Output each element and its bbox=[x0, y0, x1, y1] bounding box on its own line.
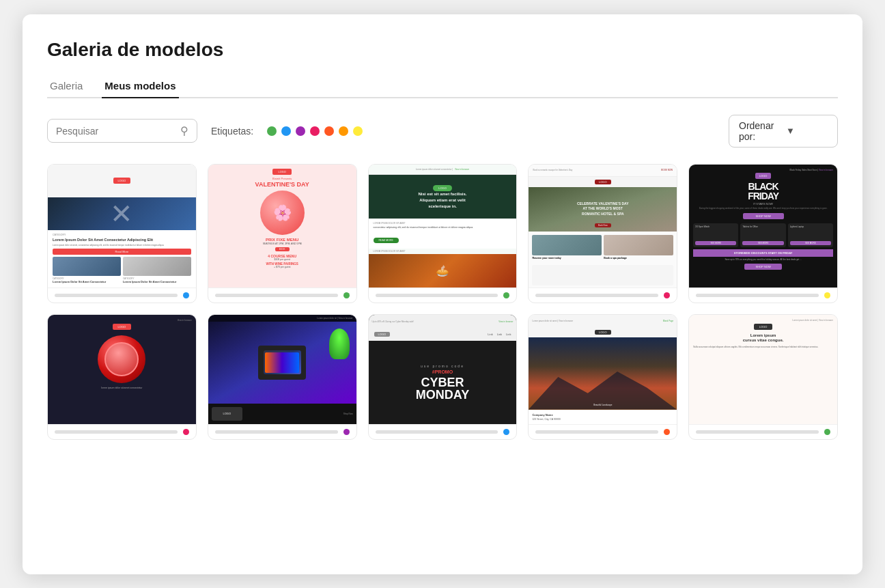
chevron-down-icon: ▼ bbox=[786, 126, 828, 136]
tag-dot-orange[interactable] bbox=[324, 126, 334, 136]
tag-dot-pink[interactable] bbox=[310, 126, 320, 136]
card-dot bbox=[343, 292, 350, 298]
card-footer-landscape bbox=[529, 424, 677, 439]
template-card-minimal[interactable]: Lorem ipsum dolor sit amet | View in bro… bbox=[688, 314, 838, 440]
template-card-food-green[interactable]: Lorem ipsum dolor sit amet consectetur |… bbox=[368, 164, 518, 303]
template-card-valentine-hotel[interactable]: Book a romantic escape for Valentine's D… bbox=[528, 164, 677, 303]
card-preview-black-friday: Black Friday Sales Start Soon | View in … bbox=[689, 165, 837, 288]
card-dot bbox=[183, 429, 189, 435]
template-card-editorial[interactable]: LOGO CATEGORY Lorem Ipsum Dolor Sit Amet… bbox=[47, 164, 197, 303]
tags-label: Etiquetas: bbox=[211, 126, 253, 137]
card-footer-cyber-monday bbox=[369, 424, 517, 439]
page-title: Galeria de modelos bbox=[47, 39, 838, 61]
card-footer-editorial bbox=[48, 288, 196, 303]
card-preview-dark-promo: View in browser LOGO lorem ipsum dolor s… bbox=[48, 315, 196, 424]
tab-galeria[interactable]: Galeria bbox=[47, 74, 85, 98]
card-dot bbox=[503, 429, 509, 435]
card-preview-landscape: Lorem ipsum dolor sit amet | View in bro… bbox=[529, 315, 677, 424]
template-card-tech-product[interactable]: Lorem ipsum dolor sit | View in browser … bbox=[208, 314, 357, 440]
card-preview-valentines: LOGO Bistrót Presents VALENTINE'S DAY 🌸 … bbox=[208, 165, 356, 288]
main-window: Galeria de modelos Galeria Meus modelos … bbox=[23, 14, 862, 574]
card-footer-dark-promo bbox=[48, 424, 196, 439]
card-preview-cyber-monday: Up to 40% off. During our Cyber Monday s… bbox=[369, 315, 517, 424]
card-footer-food-green bbox=[369, 288, 517, 303]
card-footer-tech-product bbox=[208, 424, 356, 439]
tag-dot-green[interactable] bbox=[267, 126, 277, 136]
tag-dots bbox=[267, 126, 363, 136]
tag-dot-blue[interactable] bbox=[281, 126, 291, 136]
card-preview-food-green: Lorem ipsum dolor sit amet consectetur |… bbox=[369, 165, 517, 288]
card-footer-valentines bbox=[208, 288, 356, 303]
tab-meus-modelos[interactable]: Meus modelos bbox=[102, 74, 178, 98]
tab-bar: Galeria Meus modelos bbox=[47, 74, 838, 98]
toolbar: ⚲ Etiquetas: Ordenar por: ▼ bbox=[47, 115, 838, 148]
search-box[interactable]: ⚲ bbox=[47, 119, 197, 143]
card-dot bbox=[503, 292, 509, 298]
card-preview-minimal: Lorem ipsum dolor sit amet | View in bro… bbox=[689, 315, 837, 424]
card-dot bbox=[664, 429, 670, 435]
card-preview-tech-product: Lorem ipsum dolor sit | View in browser … bbox=[208, 315, 356, 424]
card-footer-valentine-hotel bbox=[529, 288, 677, 303]
card-dot bbox=[343, 429, 350, 435]
tag-dot-amber[interactable] bbox=[339, 126, 348, 136]
cyber-monday-text: CYBERMONDAY bbox=[416, 376, 469, 401]
sort-label: Ordenar por: bbox=[739, 120, 781, 142]
template-grid-row2: View in browser LOGO lorem ipsum dolor s… bbox=[47, 314, 838, 440]
card-dot bbox=[824, 429, 830, 435]
template-card-cyber-monday[interactable]: Up to 40% off. During our Cyber Monday s… bbox=[368, 314, 518, 440]
sort-dropdown[interactable]: Ordenar por: ▼ bbox=[729, 115, 838, 148]
template-card-landscape[interactable]: Lorem ipsum dolor sit amet | View in bro… bbox=[528, 314, 677, 440]
card-footer-minimal bbox=[689, 424, 837, 439]
preview-editorial: LOGO CATEGORY Lorem Ipsum Dolor Sit Amet… bbox=[48, 165, 196, 288]
card-preview-editorial: LOGO CATEGORY Lorem Ipsum Dolor Sit Amet… bbox=[48, 165, 196, 288]
tag-dot-yellow[interactable] bbox=[353, 126, 363, 136]
card-footer-black-friday bbox=[689, 288, 837, 303]
card-dot bbox=[824, 292, 830, 298]
template-card-valentines[interactable]: LOGO Bistrót Presents VALENTINE'S DAY 🌸 … bbox=[208, 164, 357, 303]
card-dot bbox=[664, 292, 670, 298]
search-icon: ⚲ bbox=[180, 124, 188, 137]
template-card-dark-promo[interactable]: View in browser LOGO lorem ipsum dolor s… bbox=[47, 314, 197, 440]
template-grid-row1: LOGO CATEGORY Lorem Ipsum Dolor Sit Amet… bbox=[47, 164, 838, 303]
card-preview-valentine-hotel: Book a romantic escape for Valentine's D… bbox=[529, 165, 677, 288]
template-card-black-friday[interactable]: Black Friday Sales Start Soon | View in … bbox=[688, 164, 838, 303]
tag-dot-purple[interactable] bbox=[296, 126, 305, 136]
card-dot bbox=[183, 292, 189, 298]
search-input[interactable] bbox=[56, 126, 175, 137]
